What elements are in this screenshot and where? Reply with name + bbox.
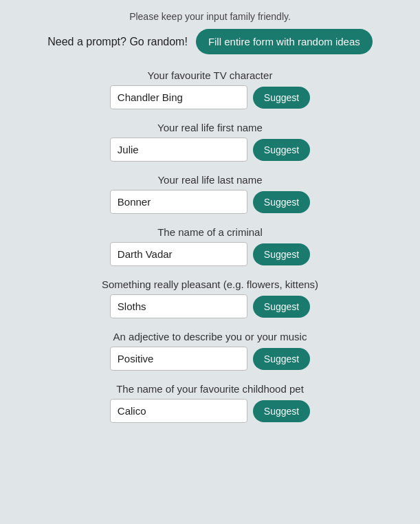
suggest-button-adjective[interactable]: Suggest (253, 348, 310, 370)
suggest-button-pet-name[interactable]: Suggest (253, 400, 310, 422)
input-criminal-name[interactable] (110, 242, 247, 266)
field-row-first-name: Suggest (110, 138, 310, 162)
label-criminal-name: The name of a criminal (157, 226, 263, 238)
random-row: Need a prompt? Go random! Fill entire fo… (47, 29, 373, 54)
form-group-adjective: An adjective to describe you or your mus… (102, 331, 318, 371)
label-pet-name: The name of your favourite childhood pet (116, 383, 304, 395)
fill-random-button[interactable]: Fill entire form with random ideas (196, 29, 373, 54)
field-row-last-name: Suggest (110, 190, 310, 214)
suggest-button-last-name[interactable]: Suggest (253, 191, 310, 213)
input-last-name[interactable] (110, 190, 247, 214)
input-pleasant-thing[interactable] (110, 294, 247, 318)
input-tv-character[interactable] (110, 85, 247, 109)
suggest-button-criminal-name[interactable]: Suggest (253, 243, 310, 265)
label-tv-character: Your favourite TV character (148, 69, 273, 81)
suggest-button-first-name[interactable]: Suggest (253, 139, 310, 161)
field-row-criminal-name: Suggest (110, 242, 310, 266)
fields-container: Your favourite TV characterSuggestYour r… (102, 69, 318, 435)
suggest-button-tv-character[interactable]: Suggest (253, 87, 310, 109)
field-row-pet-name: Suggest (110, 399, 310, 423)
field-row-adjective: Suggest (110, 347, 310, 371)
suggest-button-pleasant-thing[interactable]: Suggest (253, 296, 310, 318)
label-pleasant-thing: Something really pleasant (e.g. flowers,… (102, 279, 318, 290)
input-adjective[interactable] (110, 347, 247, 371)
form-group-first-name: Your real life first nameSuggest (102, 122, 318, 162)
input-first-name[interactable] (110, 138, 247, 162)
form-group-tv-character: Your favourite TV characterSuggest (102, 69, 318, 109)
label-adjective: An adjective to describe you or your mus… (113, 331, 307, 342)
random-prompt-label: Need a prompt? Go random! (47, 36, 188, 48)
form-group-criminal-name: The name of a criminalSuggest (102, 226, 318, 266)
form-group-pet-name: The name of your favourite childhood pet… (102, 383, 318, 423)
label-first-name: Your real life first name (157, 122, 263, 133)
form-group-last-name: Your real life last nameSuggest (102, 174, 318, 214)
form-group-pleasant-thing: Something really pleasant (e.g. flowers,… (102, 279, 318, 318)
label-last-name: Your real life last name (157, 174, 262, 186)
field-row-tv-character: Suggest (110, 85, 310, 109)
field-row-pleasant-thing: Suggest (110, 294, 310, 318)
notice-text: Please keep your input family friendly. (129, 11, 291, 22)
input-pet-name[interactable] (110, 399, 247, 423)
